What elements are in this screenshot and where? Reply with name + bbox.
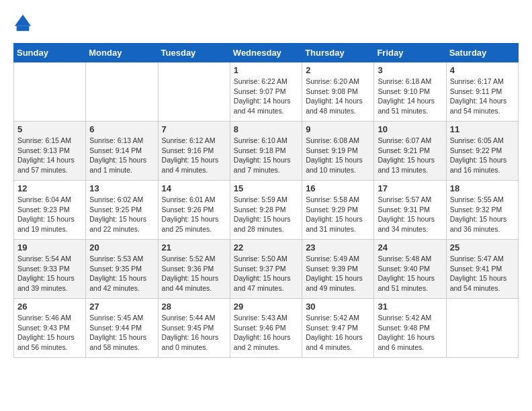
day-number: 23 xyxy=(306,242,370,253)
calendar-cell: 20Sunrise: 5:53 AM Sunset: 9:35 PM Dayli… xyxy=(86,240,158,299)
day-content: Sunrise: 5:59 AM Sunset: 9:28 PM Dayligh… xyxy=(234,195,298,234)
day-content: Sunrise: 5:53 AM Sunset: 9:35 PM Dayligh… xyxy=(89,254,154,293)
day-number: 22 xyxy=(234,242,298,253)
calendar-cell xyxy=(446,299,518,358)
day-content: Sunrise: 5:49 AM Sunset: 9:39 PM Dayligh… xyxy=(306,254,370,293)
calendar-cell: 23Sunrise: 5:49 AM Sunset: 9:39 PM Dayli… xyxy=(302,240,374,299)
calendar-cell: 27Sunrise: 5:45 AM Sunset: 9:44 PM Dayli… xyxy=(86,299,158,358)
calendar-cell xyxy=(158,62,230,122)
calendar-cell: 3Sunrise: 6:18 AM Sunset: 9:10 PM Daylig… xyxy=(374,62,446,122)
calendar-cell: 22Sunrise: 5:50 AM Sunset: 9:37 PM Dayli… xyxy=(230,240,302,299)
day-number: 10 xyxy=(378,124,442,134)
day-content: Sunrise: 5:42 AM Sunset: 9:47 PM Dayligh… xyxy=(306,313,370,353)
day-number: 1 xyxy=(234,65,298,75)
day-content: Sunrise: 6:07 AM Sunset: 9:21 PM Dayligh… xyxy=(378,136,442,175)
calendar-week-row: 12Sunrise: 6:04 AM Sunset: 9:23 PM Dayli… xyxy=(14,181,519,240)
day-number: 17 xyxy=(378,183,442,193)
day-number: 27 xyxy=(89,302,154,312)
day-content: Sunrise: 5:54 AM Sunset: 9:33 PM Dayligh… xyxy=(17,254,82,293)
calendar-cell: 6Sunrise: 6:13 AM Sunset: 9:14 PM Daylig… xyxy=(86,122,158,181)
day-number: 25 xyxy=(450,242,515,253)
day-number: 8 xyxy=(234,124,298,134)
calendar-week-row: 19Sunrise: 5:54 AM Sunset: 9:33 PM Dayli… xyxy=(14,240,519,299)
day-number: 28 xyxy=(162,302,226,312)
calendar-cell: 13Sunrise: 6:02 AM Sunset: 9:25 PM Dayli… xyxy=(86,181,158,240)
calendar-cell: 15Sunrise: 5:59 AM Sunset: 9:28 PM Dayli… xyxy=(230,181,302,240)
day-number: 18 xyxy=(450,183,515,193)
weekday-header: Wednesday xyxy=(230,44,302,62)
day-content: Sunrise: 6:08 AM Sunset: 9:19 PM Dayligh… xyxy=(306,136,370,175)
day-content: Sunrise: 6:17 AM Sunset: 9:11 PM Dayligh… xyxy=(450,77,515,116)
day-number: 7 xyxy=(162,124,226,134)
day-content: Sunrise: 6:02 AM Sunset: 9:25 PM Dayligh… xyxy=(89,195,154,234)
calendar-cell: 28Sunrise: 5:44 AM Sunset: 9:45 PM Dayli… xyxy=(158,299,230,358)
calendar-cell: 25Sunrise: 5:47 AM Sunset: 9:41 PM Dayli… xyxy=(446,240,518,299)
day-number: 11 xyxy=(450,124,515,134)
day-content: Sunrise: 6:01 AM Sunset: 9:26 PM Dayligh… xyxy=(162,195,226,234)
logo-icon xyxy=(13,13,32,32)
calendar-cell: 16Sunrise: 5:58 AM Sunset: 9:29 PM Dayli… xyxy=(302,181,374,240)
day-content: Sunrise: 6:13 AM Sunset: 9:14 PM Dayligh… xyxy=(89,136,154,175)
day-content: Sunrise: 5:57 AM Sunset: 9:31 PM Dayligh… xyxy=(378,195,442,234)
calendar-cell: 2Sunrise: 6:20 AM Sunset: 9:08 PM Daylig… xyxy=(302,62,374,122)
day-number: 12 xyxy=(17,183,82,193)
weekday-header: Sunday xyxy=(14,44,86,62)
calendar-cell xyxy=(14,62,86,122)
day-number: 5 xyxy=(17,124,82,134)
day-content: Sunrise: 6:20 AM Sunset: 9:08 PM Dayligh… xyxy=(306,77,370,116)
day-content: Sunrise: 5:48 AM Sunset: 9:40 PM Dayligh… xyxy=(378,254,442,293)
calendar-cell: 19Sunrise: 5:54 AM Sunset: 9:33 PM Dayli… xyxy=(14,240,86,299)
calendar-cell: 12Sunrise: 6:04 AM Sunset: 9:23 PM Dayli… xyxy=(14,181,86,240)
day-content: Sunrise: 6:15 AM Sunset: 9:13 PM Dayligh… xyxy=(17,136,82,175)
weekday-header: Friday xyxy=(374,44,446,62)
day-number: 14 xyxy=(162,183,226,193)
weekday-header: Tuesday xyxy=(158,44,230,62)
calendar-cell: 11Sunrise: 6:05 AM Sunset: 9:22 PM Dayli… xyxy=(446,122,518,181)
day-number: 21 xyxy=(162,242,226,253)
day-content: Sunrise: 5:50 AM Sunset: 9:37 PM Dayligh… xyxy=(234,254,298,293)
day-content: Sunrise: 5:52 AM Sunset: 9:36 PM Dayligh… xyxy=(162,254,226,293)
day-number: 19 xyxy=(17,242,82,253)
calendar-cell: 14Sunrise: 6:01 AM Sunset: 9:26 PM Dayli… xyxy=(158,181,230,240)
day-content: Sunrise: 5:44 AM Sunset: 9:45 PM Dayligh… xyxy=(162,313,226,353)
day-content: Sunrise: 6:05 AM Sunset: 9:22 PM Dayligh… xyxy=(450,136,515,175)
day-content: Sunrise: 6:22 AM Sunset: 9:07 PM Dayligh… xyxy=(234,77,298,116)
calendar-cell: 26Sunrise: 5:46 AM Sunset: 9:43 PM Dayli… xyxy=(14,299,86,358)
day-number: 9 xyxy=(306,124,370,134)
weekday-header: Thursday xyxy=(302,44,374,62)
calendar-cell: 30Sunrise: 5:42 AM Sunset: 9:47 PM Dayli… xyxy=(302,299,374,358)
calendar-cell: 24Sunrise: 5:48 AM Sunset: 9:40 PM Dayli… xyxy=(374,240,446,299)
calendar-cell: 31Sunrise: 5:42 AM Sunset: 9:48 PM Dayli… xyxy=(374,299,446,358)
calendar-cell: 18Sunrise: 5:55 AM Sunset: 9:32 PM Dayli… xyxy=(446,181,518,240)
logo xyxy=(13,13,35,32)
day-number: 3 xyxy=(378,65,442,75)
day-number: 16 xyxy=(306,183,370,193)
day-number: 30 xyxy=(306,302,370,312)
day-content: Sunrise: 6:12 AM Sunset: 9:16 PM Dayligh… xyxy=(162,136,226,175)
weekday-header: Monday xyxy=(86,44,158,62)
day-content: Sunrise: 6:10 AM Sunset: 9:18 PM Dayligh… xyxy=(234,136,298,175)
day-content: Sunrise: 6:04 AM Sunset: 9:23 PM Dayligh… xyxy=(17,195,82,234)
svg-rect-1 xyxy=(17,26,30,31)
day-content: Sunrise: 5:58 AM Sunset: 9:29 PM Dayligh… xyxy=(306,195,370,234)
calendar-cell: 1Sunrise: 6:22 AM Sunset: 9:07 PM Daylig… xyxy=(230,62,302,122)
day-content: Sunrise: 5:43 AM Sunset: 9:46 PM Dayligh… xyxy=(234,313,298,353)
day-number: 29 xyxy=(234,302,298,312)
day-content: Sunrise: 6:18 AM Sunset: 9:10 PM Dayligh… xyxy=(378,77,442,116)
weekday-header-row: SundayMondayTuesdayWednesdayThursdayFrid… xyxy=(14,44,519,62)
day-number: 20 xyxy=(89,242,154,253)
calendar-cell: 17Sunrise: 5:57 AM Sunset: 9:31 PM Dayli… xyxy=(374,181,446,240)
calendar-cell: 29Sunrise: 5:43 AM Sunset: 9:46 PM Dayli… xyxy=(230,299,302,358)
day-content: Sunrise: 5:42 AM Sunset: 9:48 PM Dayligh… xyxy=(378,313,442,353)
day-number: 4 xyxy=(450,65,515,75)
day-content: Sunrise: 5:45 AM Sunset: 9:44 PM Dayligh… xyxy=(89,313,154,353)
day-content: Sunrise: 5:47 AM Sunset: 9:41 PM Dayligh… xyxy=(450,254,515,293)
calendar-cell: 10Sunrise: 6:07 AM Sunset: 9:21 PM Dayli… xyxy=(374,122,446,181)
calendar-week-row: 26Sunrise: 5:46 AM Sunset: 9:43 PM Dayli… xyxy=(14,299,519,358)
day-number: 31 xyxy=(378,302,442,312)
day-number: 26 xyxy=(17,302,82,312)
page-header xyxy=(13,13,519,32)
weekday-header: Saturday xyxy=(446,44,518,62)
calendar-cell: 21Sunrise: 5:52 AM Sunset: 9:36 PM Dayli… xyxy=(158,240,230,299)
day-number: 24 xyxy=(378,242,442,253)
